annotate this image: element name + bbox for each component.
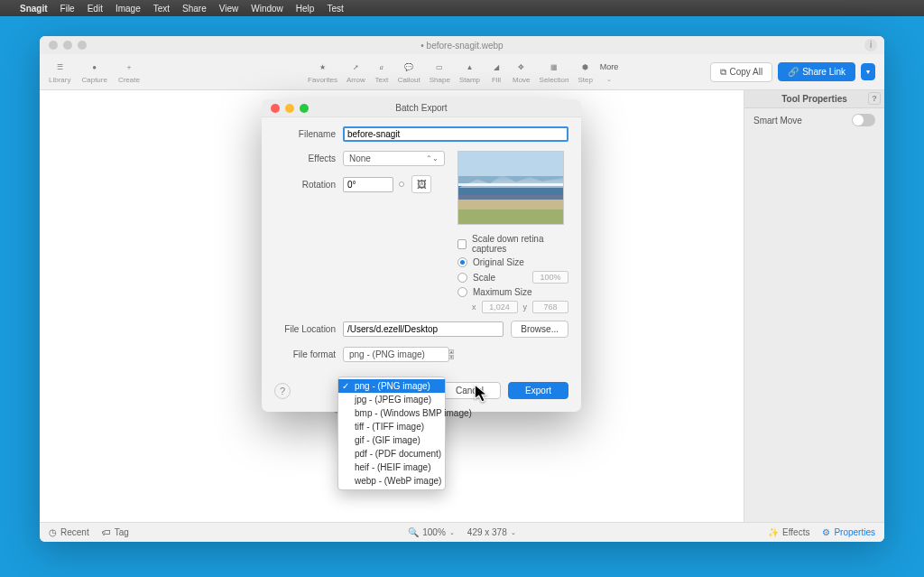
format-option-webp[interactable]: webp - (WebP image) (338, 474, 445, 488)
info-icon[interactable]: i (864, 39, 877, 51)
cancel-button[interactable]: Cancel (439, 382, 501, 399)
format-option-heif[interactable]: heif - (HEIF image) (338, 461, 445, 474)
tool-shape-label: Shape (430, 76, 450, 84)
scale-retina-checkbox[interactable] (457, 239, 467, 249)
rotation-indicator[interactable] (399, 181, 404, 187)
dimensions-value: 429 x 378 (467, 527, 507, 537)
effects-label: Effects (274, 154, 343, 163)
tool-callout[interactable]: 💬Callout (398, 60, 420, 84)
max-size-row[interactable]: Maximum Size (457, 287, 568, 297)
tool-stamp[interactable]: ▲Stamp (459, 60, 480, 84)
rotation-label: Rotation (274, 180, 343, 190)
file-location-label: File Location (274, 324, 343, 334)
status-bar: ◷Recent 🏷Tag 🔍100%⌄ 429 x 378⌄ ✨Effects … (40, 522, 884, 542)
file-location-input[interactable] (343, 321, 504, 337)
tag-label: Tag (115, 527, 129, 537)
browse-button[interactable]: Browse... (511, 321, 568, 338)
mouse-cursor (474, 384, 490, 407)
callout-icon: 💬 (402, 60, 416, 74)
x-input[interactable] (482, 301, 518, 313)
max-size-dims: x y (472, 301, 568, 313)
scale-retina-row[interactable]: Scale down retina captures (457, 234, 568, 254)
check-icon: ✓ (342, 381, 349, 391)
batch-export-dialog: Batch Export Filename Effects None⌃⌄ Rot… (262, 99, 581, 412)
recent-button[interactable]: ◷Recent (49, 527, 89, 537)
scale-row[interactable]: Scale (457, 271, 568, 284)
format-option-pdf[interactable]: pdf - (PDF document) (338, 447, 445, 461)
tool-text[interactable]: aText (374, 60, 389, 84)
effects-button[interactable]: ✨Effects (768, 527, 809, 537)
menu-view[interactable]: View (219, 4, 239, 14)
properties-button[interactable]: ⚙Properties (822, 527, 875, 537)
menu-window[interactable]: Window (251, 4, 283, 14)
y-input[interactable] (532, 301, 568, 313)
scale-radio[interactable] (457, 273, 467, 283)
menu-help[interactable]: Help (296, 4, 315, 14)
dimensions-display[interactable]: 429 x 378⌄ (467, 527, 516, 537)
menu-text[interactable]: Text (153, 4, 170, 14)
toolbar-center: ★Favorites ➚Arrow aText 💬Callout ▭Shape … (308, 60, 616, 84)
create-button[interactable]: ＋Create (118, 60, 140, 84)
export-button[interactable]: Export (508, 382, 568, 399)
tool-favorites[interactable]: ★Favorites (308, 60, 337, 84)
recent-label: Recent (60, 527, 89, 537)
effects-value: None (349, 154, 371, 163)
format-option-label: png - (PNG image) (355, 381, 430, 391)
tool-fill-label: Fill (492, 76, 501, 84)
format-option-gif[interactable]: gif - (GIF image) (338, 433, 445, 447)
smart-move-toggle[interactable] (852, 114, 875, 126)
menu-test[interactable]: Test (327, 4, 343, 14)
smart-move-label: Smart Move (753, 116, 802, 126)
tool-properties-panel: Tool Properties? Smart Move (744, 90, 884, 522)
share-link-button[interactable]: 🔗Share Link (778, 62, 855, 81)
tool-shape[interactable]: ▭Shape (430, 60, 450, 84)
menu-edit[interactable]: Edit (88, 4, 103, 14)
zoom-control[interactable]: 🔍100%⌄ (408, 527, 455, 537)
filename-label: Filename (274, 129, 343, 139)
more-icon: More (602, 60, 616, 74)
help-icon[interactable]: ? (868, 92, 881, 105)
max-size-label: Maximum Size (473, 287, 532, 297)
chevron-updown-icon: ⌃⌄ (426, 154, 439, 163)
max-size-radio[interactable] (457, 287, 467, 297)
share-link-dropdown[interactable]: ▾ (861, 63, 875, 80)
format-option-png[interactable]: ✓png - (PNG image) (338, 379, 445, 393)
menubar-app[interactable]: Snagit (20, 4, 48, 14)
dialog-help-button[interactable]: ? (274, 383, 291, 399)
original-size-radio[interactable] (457, 257, 467, 267)
selection-icon: ▦ (547, 60, 561, 74)
effects-icon: ✨ (768, 527, 779, 537)
rotation-reset-button[interactable]: 🖼 (411, 175, 431, 193)
stamp-icon: ▲ (462, 60, 476, 74)
macos-menubar: Snagit File Edit Image Text Share View W… (0, 0, 924, 16)
tool-selection[interactable]: ▦Selection (540, 60, 569, 84)
tool-properties-header: Tool Properties? (744, 90, 884, 108)
toolbar-right: ⧉Copy All 🔗Share Link ▾ (710, 62, 876, 82)
properties-label: Properties (834, 527, 875, 537)
file-format-stepper[interactable]: ▴▾ (448, 349, 454, 359)
format-option-tiff[interactable]: tiff - (TIFF image) (338, 420, 445, 433)
tag-button[interactable]: 🏷Tag (102, 527, 129, 537)
tool-step[interactable]: ⬢Step (578, 60, 592, 84)
tool-more[interactable]: More⌄ (602, 60, 616, 84)
scale-pct-input[interactable] (532, 271, 568, 284)
effects-select[interactable]: None⌃⌄ (343, 151, 445, 166)
capture-button[interactable]: ●Capture (81, 60, 106, 84)
original-size-row[interactable]: Original Size (457, 257, 568, 267)
format-option-jpg[interactable]: jpg - (JPEG image) (338, 393, 445, 406)
menu-share[interactable]: Share (182, 4, 207, 14)
dialog-title: Batch Export (262, 103, 581, 113)
filename-input[interactable] (343, 126, 568, 142)
smart-move-row: Smart Move (744, 108, 884, 132)
menu-image[interactable]: Image (116, 4, 141, 14)
tool-arrow[interactable]: ➚Arrow (346, 60, 365, 84)
menu-file[interactable]: File (60, 4, 75, 14)
copy-all-button[interactable]: ⧉Copy All (710, 62, 773, 82)
format-option-bmp[interactable]: bmp - (Windows BMP image) (338, 406, 445, 420)
tool-move[interactable]: ✥Move (513, 60, 531, 84)
tool-fill[interactable]: ◢Fill (489, 60, 504, 84)
library-button[interactable]: ☰Library (49, 60, 70, 84)
file-format-dropdown[interactable]: ✓png - (PNG image) jpg - (JPEG image) bm… (337, 377, 446, 490)
file-format-select[interactable]: png - (PNG image) (343, 347, 449, 362)
rotation-input[interactable] (343, 177, 393, 192)
